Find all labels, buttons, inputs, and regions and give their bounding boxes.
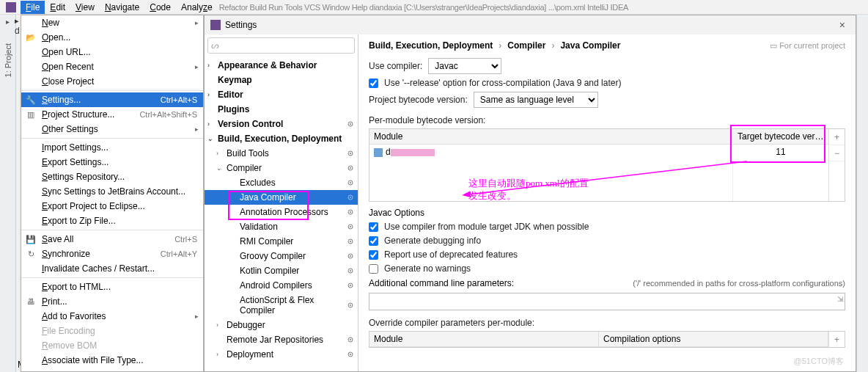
tree-node[interactable]: Groovy Compiler <box>205 249 358 263</box>
per-module-table[interactable]: Module d Target bytecode versi... 11 + − <box>369 128 845 202</box>
menu-item-label: Import Settings... <box>42 142 108 153</box>
tree-node[interactable]: ActionScript & Flex Compiler <box>205 293 358 318</box>
menu-edit[interactable]: Edit <box>45 1 70 14</box>
tree-node[interactable]: Keymap <box>205 73 358 87</box>
file-menu-item[interactable]: Import Settings... <box>21 140 203 155</box>
cb-debug-info[interactable] <box>369 236 378 246</box>
tree-node[interactable]: ›Deployment <box>205 347 358 362</box>
tree-node[interactable]: ⌄Build, Execution, Deployment <box>205 131 358 146</box>
right-rail <box>856 15 868 372</box>
breadcrumb-2[interactable]: Java Compiler <box>560 40 620 51</box>
file-menu-item[interactable]: Settings Repository... <box>21 169 203 184</box>
menu-item-icon: ▥ <box>26 109 36 120</box>
breadcrumb-0[interactable]: Build, Execution, Deployment <box>369 40 493 51</box>
cb-module-jdk-label: Use compiler from module target JDK when… <box>384 222 589 232</box>
cb-deprecated[interactable] <box>369 250 378 260</box>
tree-twisty-icon[interactable]: ⌄ <box>207 135 213 142</box>
gear-icon <box>346 350 355 359</box>
tree-node[interactable]: Android Compilers <box>205 278 358 293</box>
file-menu-item[interactable]: Export Project to Eclipse... <box>21 199 203 214</box>
menu-navigate[interactable]: Navigate <box>100 1 144 14</box>
file-menu-item[interactable]: Export to HTML... <box>21 280 203 294</box>
menu-item-icon: 📂 <box>26 32 36 43</box>
tree-node[interactable]: Plugins <box>205 102 358 117</box>
file-menu-item[interactable]: 💾Save AllCtrl+S <box>21 232 203 247</box>
file-menu-item[interactable]: Open Recent▸ <box>21 59 203 74</box>
override-label: Override compiler parameters per-module: <box>369 318 845 328</box>
table-row: d <box>369 145 732 159</box>
file-menu-item[interactable]: ▥Project Structure...Ctrl+Alt+Shift+S <box>21 107 203 122</box>
file-menu-item[interactable]: Add to Favorites▸ <box>21 309 203 324</box>
menu-analyze[interactable]: Analyze <box>176 1 218 14</box>
gear-icon <box>346 149 355 158</box>
target-bytecode-value: 11 <box>733 145 828 159</box>
menu-code[interactable]: Code <box>144 1 176 14</box>
cb-no-warnings[interactable] <box>369 264 378 274</box>
file-menu-item[interactable]: New▸ <box>21 15 203 30</box>
expand-icon[interactable]: ⇲ <box>837 295 843 303</box>
project-tab-icon[interactable]: ▸ <box>6 18 10 26</box>
tree-node[interactable]: Validation <box>205 219 358 234</box>
tree-twisty-icon[interactable]: › <box>216 351 218 358</box>
tree-node[interactable]: ›Version Control <box>205 117 358 131</box>
file-menu-item[interactable]: Other Settings▸ <box>21 122 203 136</box>
file-menu-item[interactable]: Associate with File Type... <box>21 353 203 368</box>
settings-tree[interactable]: ›Appearance & BehaviorKeymap›EditorPlugi… <box>205 56 358 371</box>
tree-node[interactable]: Excludes <box>205 175 358 190</box>
cb-module-jdk[interactable] <box>369 222 378 232</box>
file-menu-item[interactable]: 📂Open... <box>21 30 203 45</box>
tree-node[interactable]: Java Compiler <box>205 190 358 205</box>
cmdline-input[interactable]: ⇲ <box>369 293 845 310</box>
close-icon[interactable]: × <box>835 19 850 31</box>
file-menu-item[interactable]: Close Project <box>21 74 203 89</box>
tree-node[interactable]: ›Appearance & Behavior <box>205 58 358 73</box>
svg-point-23 <box>350 304 351 306</box>
add-module-button[interactable]: + <box>829 129 845 145</box>
file-menu-item[interactable]: Invalidate Caches / Restart... <box>21 261 203 276</box>
chevron-right-icon: ▸ <box>195 19 199 26</box>
breadcrumb-1[interactable]: Compiler <box>507 40 545 51</box>
settings-search-input[interactable]: ᔕ <box>207 37 355 54</box>
remove-module-button[interactable]: − <box>829 145 845 161</box>
override-table[interactable]: Module Compilation options + <box>369 331 845 348</box>
file-menu-item[interactable]: Sync Settings to JetBrains Account... <box>21 184 203 199</box>
tree-node[interactable]: Kotlin Compiler <box>205 263 358 278</box>
file-menu-item[interactable]: Export Settings... <box>21 155 203 169</box>
tree-node-label: Build, Execution, Deployment <box>218 134 342 144</box>
tree-node[interactable]: ›Build Tools <box>205 146 358 161</box>
menu-item-icon: 🔧 <box>26 95 36 105</box>
tree-node[interactable]: ⌄Compiler <box>205 161 358 175</box>
tree-node-label: Deployment <box>227 349 273 360</box>
project-bytecode-select[interactable]: Same as language level <box>474 92 598 108</box>
tree-node-label: Editor <box>218 90 243 100</box>
override-add-button[interactable]: + <box>828 332 845 347</box>
file-menu-item[interactable]: Export to Zip File... <box>21 214 203 228</box>
file-menu-item[interactable]: 🔧Settings...Ctrl+Alt+S <box>21 92 203 107</box>
menu-item-shortcut: Ctrl+Alt+Shift+S <box>139 110 197 119</box>
file-menu-item[interactable]: 🖶Print... <box>21 294 203 309</box>
tree-twisty-icon[interactable]: › <box>207 91 210 98</box>
tree-node[interactable]: Remote Jar Repositories <box>205 332 358 347</box>
tree-twisty-icon[interactable]: › <box>207 62 210 69</box>
tree-twisty-icon[interactable]: › <box>216 150 218 157</box>
menu-item-label: Export Project to Eclipse... <box>42 201 145 211</box>
menu-file[interactable]: File <box>21 1 45 14</box>
file-menu-item: Remove BOM <box>21 338 203 353</box>
release-option-checkbox[interactable] <box>369 79 378 88</box>
menu-view[interactable]: View <box>70 1 100 14</box>
gear-icon <box>346 208 355 216</box>
tree-twisty-icon[interactable]: › <box>216 321 218 329</box>
tree-node[interactable]: Annotation Processors <box>205 205 358 219</box>
project-tool-label[interactable]: 1: Project <box>4 43 12 77</box>
title-tail: Refactor Build Run Tools VCS Window Help… <box>219 3 628 12</box>
use-compiler-select[interactable]: Javac <box>428 58 501 74</box>
tree-twisty-icon[interactable]: › <box>207 120 210 128</box>
file-menu-item[interactable]: Open URL... <box>21 45 203 59</box>
file-menu-item[interactable]: ↻SynchronizeCtrl+Alt+Y <box>21 247 203 261</box>
tree-node[interactable]: RMI Compiler <box>205 234 358 249</box>
menu-item-shortcut: Ctrl+Alt+S <box>161 95 197 104</box>
tree-node-label: Keymap <box>218 75 252 85</box>
tree-twisty-icon[interactable]: ⌄ <box>216 164 222 172</box>
tree-node[interactable]: ›Editor <box>205 87 358 102</box>
tree-node[interactable]: ›Debugger <box>205 318 358 332</box>
